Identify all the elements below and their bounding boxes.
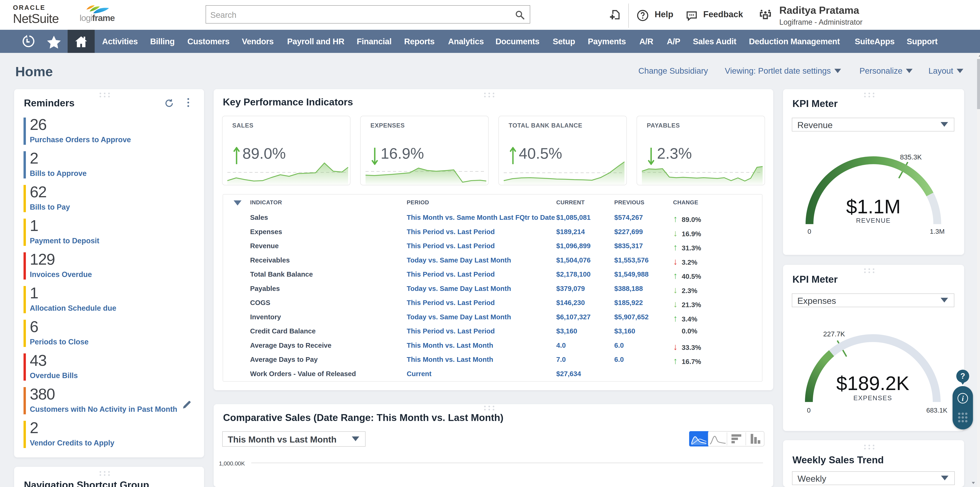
svg-text:?: ? [960,371,965,380]
svg-text:i: i [962,394,964,403]
svg-text:835.3K: 835.3K [900,153,922,161]
svg-text:227.7K: 227.7K [823,330,845,338]
